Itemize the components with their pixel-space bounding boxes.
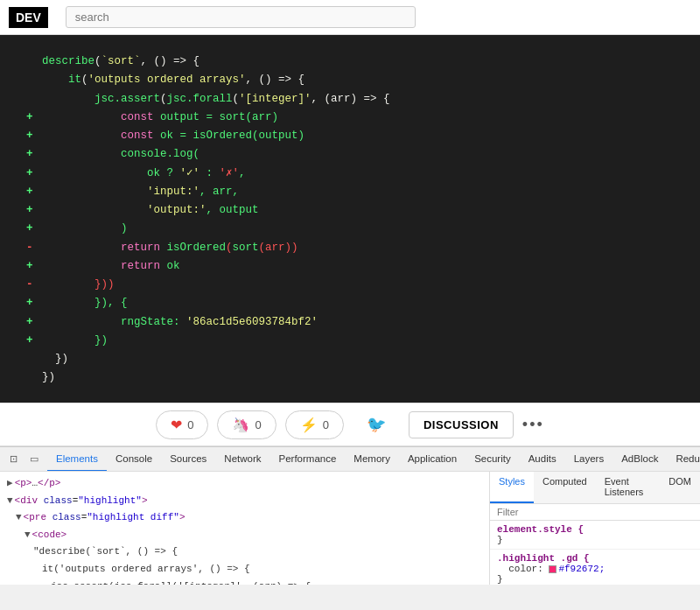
style-property: color: #f92672; (497, 564, 693, 574)
tab-redux[interactable]: Redux (667, 447, 700, 472)
code-line: + ) (26, 220, 674, 238)
styles-tabs: Styles Computed Event Listeners DOM (490, 472, 700, 504)
code-content: }) (42, 350, 68, 368)
more-button[interactable]: ••• (522, 416, 544, 434)
inspect-icon[interactable]: ⊡ (4, 450, 23, 469)
lightning-button[interactable]: ⚡ 0 (285, 410, 344, 439)
dom-line[interactable]: ▼<pre class="highlight diff"> (0, 509, 489, 527)
tab-computed[interactable]: Computed (534, 472, 596, 503)
code-line: - return isOrdered(sort(arr)) (26, 239, 674, 257)
dom-triangle[interactable]: ▼ (16, 512, 22, 522)
code-line: describe(`sort`, () => { (26, 53, 674, 71)
dom-panel: ▶<p>…</p> ▼<div class="highlight"> ▼<pre… (0, 472, 490, 585)
code-line: + 'output:', output (26, 201, 674, 220)
unicorn-button[interactable]: 🦄 0 (217, 410, 276, 439)
tab-network[interactable]: Network (215, 447, 270, 472)
search-input[interactable] (66, 6, 416, 28)
twitter-button[interactable]: 🐦 (353, 410, 400, 439)
tab-layers[interactable]: Layers (565, 447, 613, 472)
tab-styles[interactable]: Styles (490, 472, 534, 503)
diff-marker: + (26, 220, 38, 238)
devtools-panel: ▶<p>…</p> ▼<div class="highlight"> ▼<pre… (0, 471, 700, 585)
code-content: it('outputs ordered arrays', () => { (42, 71, 304, 89)
code-line: it('outputs ordered arrays', () => { (26, 71, 674, 89)
code-content: }) (42, 332, 108, 350)
dom-triangle[interactable]: ▶ (7, 478, 13, 488)
code-line: + }), { (26, 294, 674, 312)
heart-icon: ❤ (171, 417, 182, 433)
code-content: })) (42, 276, 128, 294)
tab-event-listeners[interactable]: Event Listeners (596, 472, 661, 503)
style-rule: element.style { } (490, 521, 700, 550)
top-bar: DEV (0, 0, 700, 35)
code-content: 'output:', output (42, 201, 259, 220)
code-line: + 'input:', arr, (26, 183, 674, 201)
code-content: const output = sort(arr) (42, 109, 278, 127)
code-line: + ok ? '✓' : '✗', (26, 165, 674, 183)
code-content: }), { (42, 294, 128, 312)
code-line: + rngState: '86ac1d5e6093784bf2' (26, 313, 674, 332)
diff-marker: + (26, 183, 38, 201)
code-content: ok ? '✓' : '✗', (42, 165, 246, 183)
styles-filter-input[interactable] (490, 504, 700, 521)
dom-line[interactable]: it('outputs ordered arrays', () => { (0, 561, 489, 578)
code-line: - })) (26, 276, 674, 294)
style-close: } (497, 574, 693, 585)
tab-security[interactable]: Security (466, 447, 520, 472)
heart-button[interactable]: ❤ 0 (156, 410, 208, 439)
diff-marker: + (26, 127, 38, 145)
diff-marker: + (26, 313, 38, 332)
unicorn-icon: 🦄 (232, 417, 249, 433)
code-line: + console.log( (26, 145, 674, 164)
dom-triangle[interactable]: ▼ (24, 529, 31, 540)
tab-application[interactable]: Application (399, 447, 466, 472)
code-content: ) (42, 220, 128, 238)
devtools-icons: ⊡ ▭ (0, 450, 47, 469)
dom-line[interactable]: ▼<code> (0, 527, 489, 544)
code-content: const ok = isOrdered(output) (42, 127, 304, 145)
code-content: console.log( (42, 145, 200, 164)
dom-line[interactable]: jsc.assert(jsc.forall('[integer]', (arr)… (0, 578, 489, 585)
code-line: }) (26, 350, 674, 368)
tab-dom-breakpoints[interactable]: DOM (660, 472, 700, 503)
diff-marker: + (26, 294, 38, 312)
tab-elements[interactable]: Elements (47, 447, 107, 472)
style-selector: element.style { (497, 524, 693, 535)
code-content: 'input:', arr, (42, 183, 239, 201)
dom-triangle[interactable]: ▼ (7, 495, 13, 506)
dom-line[interactable]: "describe(`sort`, () => { (0, 543, 489, 561)
code-content: }) (42, 368, 55, 387)
lightning-icon: ⚡ (300, 417, 318, 433)
diff-marker: + (26, 145, 38, 164)
discuss-button[interactable]: DISCUSSION (409, 411, 514, 438)
code-line: jsc.assert(jsc.forall('[integer]', (arr)… (26, 90, 674, 109)
devtools-tabs: ⊡ ▭ Elements Console Sources Network Per… (0, 446, 700, 471)
device-icon[interactable]: ▭ (24, 450, 44, 469)
dom-line[interactable]: ▶<p>…</p> (0, 475, 489, 493)
tab-performance[interactable]: Performance (270, 447, 346, 472)
dev-logo[interactable]: DEV (9, 7, 48, 28)
style-close: } (497, 535, 693, 545)
tab-sources[interactable]: Sources (161, 447, 215, 472)
code-content: jsc.assert(jsc.forall('[integer]', (arr)… (42, 90, 390, 109)
color-swatch[interactable] (549, 565, 556, 573)
code-line: }) (26, 368, 674, 387)
diff-marker: + (26, 201, 38, 220)
tab-memory[interactable]: Memory (345, 447, 399, 472)
code-line: + }) (26, 332, 674, 350)
dom-line[interactable]: ▼<div class="highlight"> (0, 493, 489, 510)
code-content: return isOrdered(sort(arr)) (42, 239, 298, 257)
diff-marker: - (26, 239, 38, 257)
code-line: + const output = sort(arr) (26, 109, 674, 127)
styles-panel: Styles Computed Event Listeners DOM elem… (490, 472, 700, 585)
code-content: describe(`sort`, () => { (42, 53, 200, 71)
tab-audits[interactable]: Audits (520, 447, 565, 472)
code-line: + const ok = isOrdered(output) (26, 127, 674, 145)
tab-console[interactable]: Console (107, 447, 161, 472)
diff-marker: + (26, 165, 38, 183)
diff-marker: + (26, 332, 38, 350)
diff-marker: + (26, 109, 38, 127)
tab-adblock[interactable]: AdBlock (612, 447, 667, 472)
heart-count: 0 (187, 418, 193, 431)
twitter-icon: 🐦 (367, 415, 386, 434)
